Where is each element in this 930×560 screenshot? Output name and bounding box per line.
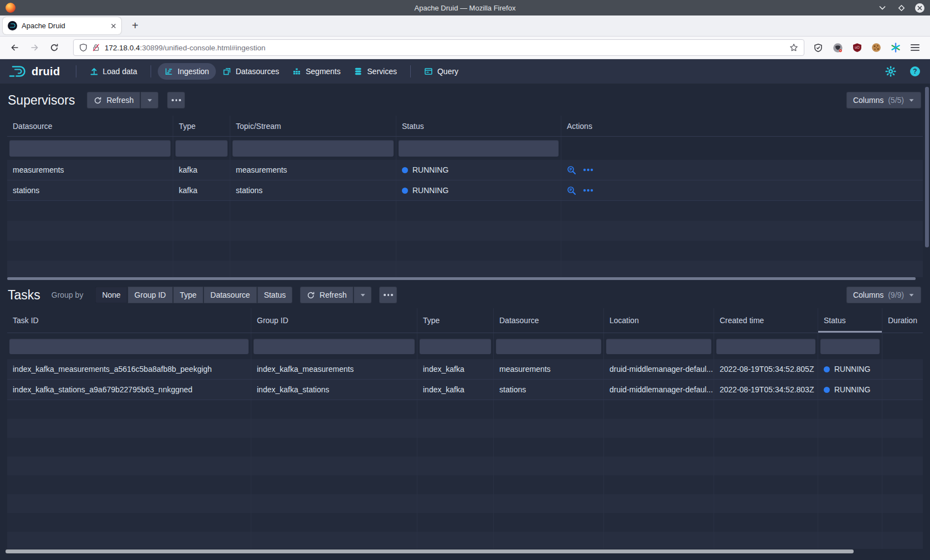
filter-input-status[interactable] [399,140,559,157]
tab-apache-druid[interactable]: Apache Druid [3,17,121,34]
mask-extension-icon[interactable] [830,40,845,55]
cell-topic: stations [230,180,396,200]
view-details-icon[interactable] [567,186,576,195]
group-by-segmented: None Group ID Type Datasource Status [95,287,292,303]
tasks-columns-button[interactable]: Columns (9/9) [846,287,921,303]
status-text: RUNNING [834,385,870,394]
cell-type: kafka [173,160,230,180]
column-header[interactable]: Type [417,308,493,333]
supervisors-more-button[interactable] [167,92,185,108]
supervisors-columns-button[interactable]: Columns (5/5) [846,92,921,108]
bookmark-star-icon[interactable] [789,43,798,52]
asterisk-extension-icon[interactable] [888,40,903,55]
nav-query-label: Query [437,67,458,76]
gantt-chart-icon [164,67,173,76]
shield-extension-icon[interactable] [811,40,825,55]
column-header[interactable]: Duration [882,308,923,333]
cell-datasource[interactable]: stations [7,180,173,200]
druid-logo[interactable]: druid [8,64,60,79]
filter-input-task-id[interactable] [9,339,249,354]
supervisors-refresh-dropdown[interactable] [141,92,158,108]
tab-close-icon[interactable] [111,23,116,29]
tracking-protection-shield-icon[interactable] [79,43,87,52]
filter-input-group-id[interactable] [254,339,415,354]
supervisors-refresh-button[interactable]: Refresh [87,92,140,108]
nav-load-data[interactable]: Load data [83,63,144,80]
filter-input-datasource[interactable] [496,339,601,354]
task-row[interactable]: index_kafka_measurements_a5616c5ba8afb8b… [7,359,923,380]
filter-input-type[interactable] [175,140,228,157]
filter-input-topic[interactable] [232,140,394,157]
nav-ingestion[interactable]: Ingestion [158,63,216,80]
nav-load-data-label: Load data [103,67,137,76]
close-icon[interactable] [915,3,924,13]
cell-type: kafka [173,180,230,200]
tasks-more-button[interactable] [379,287,397,303]
cell-task-id[interactable]: index_kafka_stations_a9a679b22795b63_nnk… [7,380,251,400]
svg-text:uO: uO [855,45,860,49]
minimize-icon[interactable] [877,3,887,13]
settings-gear-icon[interactable] [884,64,898,79]
tab-strip: Apache Druid + [0,15,930,37]
url-bar[interactable]: 172.18.0.4:30899/unified-console.html#in… [73,39,804,56]
nav-segments[interactable]: Segments [286,63,347,80]
column-header[interactable]: Topic/Stream [230,116,396,136]
ublock-extension-icon[interactable]: uO [850,40,864,55]
page-horizontal-scrollbar[interactable] [6,549,854,553]
empty-row [7,261,923,277]
supervisors-horizontal-scrollbar[interactable] [7,277,916,280]
maximize-icon[interactable] [896,3,906,13]
nav-services[interactable]: Services [347,63,404,80]
help-icon[interactable]: ? [908,64,922,79]
filter-input-datasource[interactable] [9,140,170,157]
insecure-lock-icon[interactable] [92,43,100,52]
cell-actions [561,180,923,200]
column-header[interactable]: Task ID [7,308,251,333]
filter-input-location[interactable] [606,339,711,354]
forward-icon[interactable] [25,39,43,56]
filter-input-created-time[interactable] [716,339,815,354]
reload-icon[interactable] [45,39,63,56]
column-header[interactable]: Location [603,308,714,333]
tasks-refresh-button[interactable]: Refresh [300,287,353,303]
column-header[interactable]: Datasource [7,116,173,136]
column-header-sorted[interactable]: Status [818,308,882,333]
group-by-group-id-button[interactable]: Group ID [128,287,173,303]
divider [410,65,411,77]
row-more-icon[interactable] [583,189,593,192]
new-tab-button[interactable]: + [127,18,143,34]
nav-datasources[interactable]: Datasources [216,63,286,80]
column-header[interactable]: Datasource [493,308,603,333]
menu-hamburger-icon[interactable] [908,40,922,55]
back-icon[interactable] [6,39,23,56]
cell-task-id[interactable]: index_kafka_measurements_a5616c5ba8afb8b… [7,359,251,379]
column-header[interactable]: Status [396,116,561,136]
row-more-icon[interactable] [583,168,593,172]
group-by-status-button[interactable]: Status [257,287,293,303]
tasks-table-header: Task ID Group ID Type Datasource Locatio… [7,308,923,333]
filter-input-type[interactable] [420,339,491,354]
filter-input-status[interactable] [820,339,880,354]
group-by-none-button[interactable]: None [95,287,127,303]
column-header[interactable]: Actions [561,116,923,136]
caret-down-icon [147,98,153,102]
divider [151,65,151,77]
column-header[interactable]: Created time [714,308,818,333]
supervisors-header: Supervisors Refresh Columns (5/5) [8,88,921,112]
nav-query[interactable]: Query [417,63,465,80]
group-by-datasource-button[interactable]: Datasource [204,287,257,303]
column-header[interactable]: Type [173,116,230,136]
supervisor-row[interactable]: stations kafka stations RUNNING [7,180,923,201]
group-by-type-button[interactable]: Type [173,287,203,303]
tasks-refresh-dropdown[interactable] [354,287,371,303]
druid-favicon-icon [8,21,17,30]
view-details-icon[interactable] [567,165,576,175]
cookie-extension-icon[interactable] [869,40,884,55]
supervisor-row[interactable]: measurements kafka measurements RUNNING [7,160,923,180]
cell-datasource[interactable]: measurements [7,160,173,180]
column-header[interactable]: Group ID [251,308,417,333]
task-row[interactable]: index_kafka_stations_a9a679b22795b63_nnk… [7,380,923,400]
druid-logo-icon [8,64,28,79]
cell-group-id: index_kafka_measurements [251,359,417,379]
page-vertical-scrollbar[interactable] [925,87,929,247]
